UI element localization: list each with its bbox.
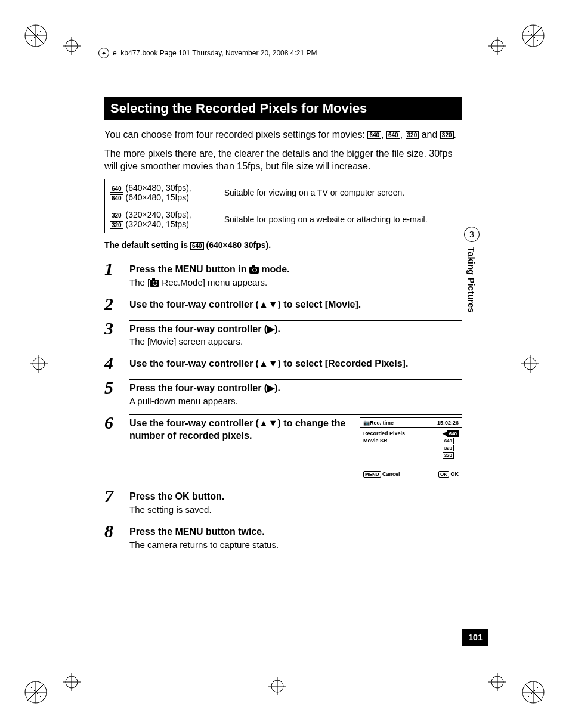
left-arrow-icon: ◀: [443, 430, 447, 436]
source-text: e_kb477.book Page 101 Thursday, November…: [113, 49, 317, 57]
screen-row-recorded-pixels: Recorded Pixels: [363, 430, 439, 436]
registration-mark-icon: [488, 37, 506, 55]
chapter-number: 3: [464, 227, 480, 242]
pixel-icon-640: 640: [110, 194, 123, 202]
step-3: 3 Press the four-way controller (▶). The…: [104, 320, 462, 347]
registration-mark-icon: [521, 355, 539, 373]
ok-button-icon: OK: [438, 471, 449, 478]
step-title: Use the four-way controller (▲▼) to chan…: [129, 417, 350, 442]
step-number: 2: [104, 296, 129, 312]
radial-mark-icon: [24, 24, 48, 48]
pixel-icon-320: 320: [440, 131, 454, 139]
screen-options-list: ◀640 640 320 320: [443, 430, 459, 458]
step-description: The [ Rec.Mode] menu appears.: [129, 277, 462, 287]
step-number: 8: [104, 523, 129, 539]
pixel-icon-640: 640: [190, 242, 204, 250]
step-number: 3: [104, 320, 129, 336]
table-cell-desc: Suitable for viewing on a TV or computer…: [219, 179, 462, 206]
option-640-selected: 640: [447, 430, 459, 437]
table-cell-specs: 640 (640×480, 30fps), 640 (640×480, 15fp…: [105, 179, 219, 206]
default-setting: The default setting is 640 (640×480 30fp…: [104, 240, 462, 250]
page-content: ✦ e_kb477.book Page 101 Thursday, Novemb…: [104, 48, 462, 558]
radial-mark-icon: [24, 680, 48, 704]
registration-mark-icon: [488, 673, 506, 691]
step-title: Press the MENU button in mode.: [129, 264, 462, 276]
settings-table: 640 (640×480, 30fps), 640 (640×480, 15fp…: [104, 179, 462, 233]
step-number: 4: [104, 355, 129, 371]
pixel-icon-640: 640: [110, 185, 123, 193]
radial-mark-icon: [521, 680, 545, 704]
step-2: 2 Use the four-way controller (▲▼) to se…: [104, 296, 462, 312]
screen-row-movie-sr: Movie SR: [363, 438, 439, 444]
step-title: Use the four-way controller (▲▼) to sele…: [129, 358, 462, 370]
step-7: 7 Press the OK button. The setting is sa…: [104, 488, 462, 515]
section-heading: Selecting the Recorded Pixels for Movies: [104, 97, 462, 120]
step-number: 6: [104, 414, 129, 430]
divider: [104, 61, 462, 61]
step-1: 1 Press the MENU button in mode. The [ R…: [104, 261, 462, 287]
option-640: 640: [443, 438, 454, 444]
intro-paragraph-1: You can choose from four recorded pixels…: [104, 128, 462, 141]
registration-mark-icon: [30, 355, 48, 373]
step-5: 5 Press the four-way controller (▶). A p…: [104, 379, 462, 406]
step-title: Press the MENU button twice.: [129, 526, 462, 538]
ok-button-label: OK: [175, 491, 189, 501]
intro-paragraph-2: The more pixels there are, the clearer t…: [104, 147, 462, 173]
pixel-icon-320: 320: [110, 221, 123, 229]
step-title: Use the four-way controller (▲▼) to sele…: [129, 299, 462, 311]
table-row: 640 (640×480, 30fps), 640 (640×480, 15fp…: [105, 179, 462, 206]
table-row: 320 (320×240, 30fps), 320 (320×240, 15fp…: [105, 206, 462, 233]
table-cell-desc: Suitable for posting on a website or att…: [219, 206, 462, 233]
registration-mark-icon: [63, 37, 81, 55]
camera-icon: [150, 280, 159, 287]
step-number: 5: [104, 379, 129, 395]
page-number: 101: [462, 629, 488, 646]
book-icon: ✦: [98, 48, 109, 58]
option-320: 320: [443, 452, 454, 459]
step-description: A pull-down menu appears.: [129, 396, 462, 406]
step-number: 7: [104, 488, 129, 504]
chapter-label: Taking Pictures: [466, 247, 477, 313]
pixel-icon-640: 640: [367, 131, 381, 139]
pixel-icon-320: 320: [406, 131, 419, 139]
registration-mark-icon: [268, 677, 286, 695]
table-cell-specs: 320 (320×240, 30fps), 320 (320×240, 15fp…: [105, 206, 219, 233]
screen-rec-time-label: 📷Rec. time: [363, 420, 394, 426]
step-8: 8 Press the MENU button twice. The camer…: [104, 523, 462, 550]
side-tab: 3 Taking Pictures: [464, 227, 480, 313]
camera-icon: [249, 267, 259, 274]
screen-rec-time-value: 15:02:26: [437, 420, 459, 426]
radial-mark-icon: [521, 24, 545, 48]
step-number: 1: [104, 261, 129, 277]
menu-button-label: MENU: [175, 526, 203, 537]
pixel-icon-320: 320: [110, 212, 123, 219]
menu-button-icon: MENU: [363, 471, 381, 478]
screen-ok: OK OK: [438, 471, 459, 477]
step-6: 6 Use the four-way controller (▲▼) to ch…: [104, 414, 462, 479]
step-4: 4 Use the four-way controller (▲▼) to se…: [104, 355, 462, 371]
screen-cancel: MENU Cancel: [363, 471, 400, 477]
option-320: 320: [443, 445, 454, 451]
menu-button-label: MENU: [175, 264, 203, 274]
source-header: ✦ e_kb477.book Page 101 Thursday, Novemb…: [98, 48, 462, 58]
step-title: Press the four-way controller (▶).: [129, 323, 462, 336]
registration-mark-icon: [63, 673, 81, 691]
step-description: The [Movie] screen appears.: [129, 336, 462, 346]
step-description: The camera returns to capture status.: [129, 540, 462, 550]
lcd-screen-illustration: 📷Rec. time 15:02:26 Recorded Pixels Movi…: [360, 417, 462, 479]
step-description: The setting is saved.: [129, 504, 462, 515]
step-title: Press the four-way controller (▶).: [129, 382, 462, 395]
pixel-icon-640: 640: [386, 131, 400, 139]
step-title: Press the OK button.: [129, 491, 462, 503]
